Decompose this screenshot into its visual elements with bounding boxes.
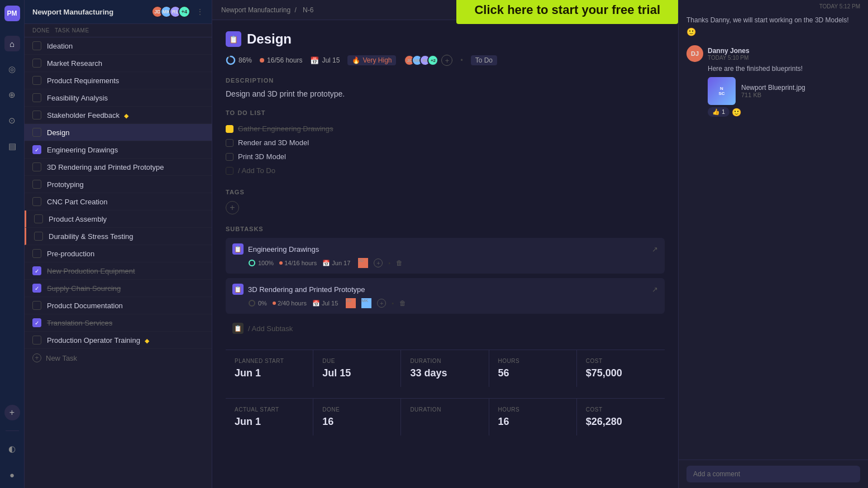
task-checkbox[interactable] xyxy=(34,214,43,223)
comment2-author: Danny Jones xyxy=(708,47,860,55)
task-name: Production Operator Training ◆ xyxy=(47,336,204,345)
add-assignee-button[interactable]: + xyxy=(441,55,452,66)
add-todo-checkbox xyxy=(226,167,233,175)
subtask-delete-icon2[interactable]: 🗑 xyxy=(399,299,406,307)
task-checkbox[interactable] xyxy=(32,93,41,102)
comment2-reactions: 👍 1 🙂 xyxy=(686,107,860,117)
todo-item-text: Render and 3D Model xyxy=(238,138,309,147)
todo-checkbox[interactable] xyxy=(226,139,233,147)
subtask-title-row: 📋 3D Rendering and Printed Prototype ↗ xyxy=(232,284,658,295)
subtask-hours: 14/16 hours xyxy=(279,260,317,266)
todo-item-text: Print 3D Model xyxy=(238,152,286,161)
main-content: Newport Manufacturing / N-6 Click here t… xyxy=(212,0,678,488)
nav-settings-icon[interactable]: ◐ xyxy=(4,441,20,457)
stat-done: DONE 16 xyxy=(313,399,401,436)
task-checkbox[interactable] xyxy=(32,128,41,137)
subtask-delete-icon[interactable]: 🗑 xyxy=(396,259,403,267)
task-item[interactable]: Product Assembly xyxy=(25,210,212,228)
task-item[interactable]: Ideation xyxy=(25,37,212,55)
subtask-external-icon[interactable]: ↗ xyxy=(652,285,658,294)
add-reaction-icon[interactable]: 🙂 xyxy=(732,108,741,117)
task-checkbox-checked[interactable] xyxy=(32,266,41,275)
task-checkbox[interactable] xyxy=(32,180,41,189)
stats-grid-actual: ACTUAL START Jun 1 DONE 16 DURATION HOUR… xyxy=(226,398,665,436)
subtask-hours2: 2/40 hours xyxy=(273,300,307,307)
task-item[interactable]: Market Research xyxy=(25,55,212,72)
todo-item-done[interactable]: Gather Engineering Drawings xyxy=(226,122,665,136)
task-checkbox[interactable] xyxy=(32,301,41,310)
task-checkbox-checked[interactable] xyxy=(32,284,41,293)
emoji-reaction-icon[interactable]: 🙂 xyxy=(686,27,696,36)
task-item[interactable]: CNC Part Creation xyxy=(25,193,212,210)
due-value: Jul 15 xyxy=(322,367,392,379)
subtask-add-assignee[interactable]: + xyxy=(374,259,383,267)
subtask-add-assignee2[interactable]: + xyxy=(377,299,386,308)
nav-home-icon[interactable]: ⌂ xyxy=(4,36,20,51)
nav-archive-icon[interactable]: ▤ xyxy=(4,138,20,154)
icon-bar: PM ⌂ ◎ ⊕ ⊙ ▤ + ◐ ● xyxy=(0,0,25,488)
task-item[interactable]: Production Operator Training ◆ xyxy=(25,332,212,349)
hours-meta: 16/56 hours xyxy=(260,56,302,64)
subtask-title-row: 📋 Engineering Drawings ↗ xyxy=(232,243,658,255)
subtask-name: 3D Rendering and Printed Prototype xyxy=(248,285,647,294)
task-item[interactable]: Engineering Drawings xyxy=(25,141,212,159)
task-item[interactable]: 3D Rendering and Printed Prototype xyxy=(25,159,212,176)
task-item[interactable]: Durability & Stress Testing xyxy=(25,228,212,245)
todo-item[interactable]: Render and 3D Model xyxy=(226,136,665,150)
task-checkbox-checked[interactable] xyxy=(32,318,41,327)
task-checkbox[interactable] xyxy=(32,197,41,206)
new-task-row[interactable]: + New Task xyxy=(25,349,212,367)
task-checkbox[interactable] xyxy=(32,162,41,171)
attachment-thumbnail: NSC xyxy=(708,77,736,105)
add-todo-row[interactable]: / Add To Do xyxy=(226,164,665,178)
status-badge[interactable]: To Do xyxy=(471,55,497,65)
task-name: Stakeholder Feedback ◆ xyxy=(47,111,204,119)
todo-checkbox[interactable] xyxy=(226,153,233,161)
task-name: Pre-production xyxy=(47,250,204,258)
task-checkbox[interactable] xyxy=(32,41,41,50)
nav-profile-icon[interactable]: ● xyxy=(4,467,20,482)
task-name: Feasibility Analysis xyxy=(47,94,204,102)
task-item[interactable]: Stakeholder Feedback ◆ xyxy=(25,107,212,124)
comment-input[interactable] xyxy=(686,466,860,482)
task-item[interactable]: Prototyping xyxy=(25,176,212,193)
task-checkbox-checked[interactable] xyxy=(32,145,41,154)
task-checkbox[interactable] xyxy=(32,59,41,68)
task-item[interactable]: Pre-production xyxy=(25,245,212,262)
task-name: Product Requirements xyxy=(47,76,204,85)
nav-users-icon[interactable]: ⊙ xyxy=(4,113,20,128)
task-checkbox[interactable] xyxy=(32,76,41,85)
divider xyxy=(6,430,19,431)
nav-pulse-icon[interactable]: ◎ xyxy=(4,61,20,77)
comment2-time: TODAY 5:10 PM xyxy=(708,55,860,61)
task-item[interactable]: Product Requirements xyxy=(25,72,212,89)
nav-search-icon[interactable]: ⊕ xyxy=(4,87,20,103)
more-options-icon[interactable]: ⋮ xyxy=(196,7,204,16)
add-subtask-row[interactable]: 📋 / Add Subtask xyxy=(226,318,665,338)
subtask-item: 📋 3D Rendering and Printed Prototype ↗ 0… xyxy=(226,278,665,314)
tags-row: + xyxy=(226,201,665,214)
done-label: DONE xyxy=(322,406,392,413)
thumbs-up-reaction[interactable]: 👍 1 xyxy=(708,107,729,117)
task-item[interactable]: Feasibility Analysis xyxy=(25,89,212,107)
task-checkbox[interactable] xyxy=(32,111,41,119)
attachment-info: Newport Blueprint.jpg 711 KB xyxy=(741,84,805,98)
progress-meta: 86% xyxy=(226,55,252,65)
task-item[interactable]: Product Documentation xyxy=(25,297,212,314)
task-item[interactable]: New Production Equipment xyxy=(25,262,212,280)
subtask-external-icon[interactable]: ↗ xyxy=(652,245,658,253)
task-item[interactable]: Supply Chain Sourcing xyxy=(25,280,212,297)
task-checkbox[interactable] xyxy=(34,232,43,241)
add-button[interactable]: + xyxy=(4,405,20,420)
stat-hours: HOURS 56 xyxy=(489,350,577,387)
task-item[interactable]: Translation Services xyxy=(25,314,212,332)
task-checkbox[interactable] xyxy=(32,336,41,345)
add-tag-button[interactable]: + xyxy=(226,201,239,214)
breadcrumb-project[interactable]: Newport Manufacturing xyxy=(221,6,290,14)
hours-dot xyxy=(260,58,264,63)
todo-checkbox-filled[interactable] xyxy=(226,125,233,133)
task-item-design[interactable]: Design xyxy=(25,124,212,141)
todo-item[interactable]: Print 3D Model xyxy=(226,150,665,164)
task-checkbox[interactable] xyxy=(32,249,41,258)
cta-banner[interactable]: Click here to start your free trial xyxy=(456,0,678,24)
